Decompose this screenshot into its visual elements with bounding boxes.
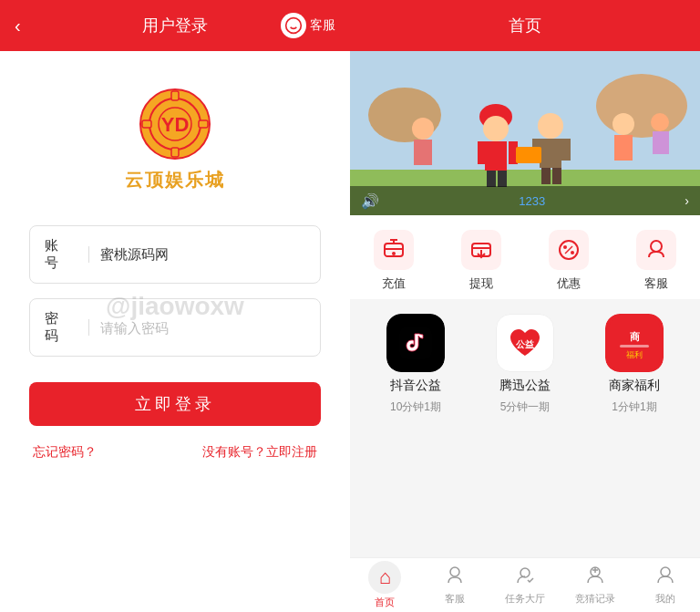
- ticker-arrow-icon[interactable]: ›: [685, 193, 689, 208]
- svg-rect-22: [540, 139, 561, 168]
- shangjia-name: 商家福利: [609, 378, 660, 394]
- douyin-name: 抖音公益: [390, 378, 441, 394]
- banner-container[interactable]: 🔊 1233 ›: [350, 51, 700, 215]
- register-link[interactable]: 没有账号？立即注册: [202, 444, 317, 461]
- game-tengxun[interactable]: 公益 腾迅公益 5分钟一期: [479, 314, 571, 415]
- shangjia-desc: 1分钟1期: [612, 399, 656, 415]
- service-label: 客服: [310, 17, 335, 34]
- svg-rect-19: [487, 171, 496, 187]
- recharge-action[interactable]: 充值: [374, 230, 414, 292]
- tengxun-icon: 公益: [496, 314, 554, 372]
- svg-rect-25: [541, 168, 551, 184]
- recharge-icon: [374, 230, 414, 270]
- logo-icon: YD: [139, 88, 211, 161]
- tab-mine[interactable]: 我的: [630, 558, 700, 612]
- account-group: 账 号: [29, 225, 321, 284]
- login-button[interactable]: 立即登录: [29, 382, 321, 426]
- password-input-wrapper: 密 码: [29, 298, 321, 357]
- service-icon-circle: [281, 13, 306, 38]
- records-tab-icon: [585, 565, 605, 590]
- svg-rect-6: [171, 91, 179, 100]
- input-divider: [88, 246, 89, 263]
- tengxun-icon-wrap: 公益: [496, 314, 554, 372]
- douyin-desc: 10分钟1期: [390, 399, 441, 415]
- tasks-tab-icon: [515, 565, 535, 590]
- cs-icon: [636, 230, 676, 270]
- password-label: 密 码: [45, 310, 77, 345]
- game-grid: 抖音公益 10分钟1期 公益 腾迅公益 5分钟一期: [350, 299, 700, 422]
- banner-ticker: 🔊 1233 ›: [350, 186, 700, 215]
- footer-tabbar: ⌂ 首页 客服 任务大厅: [350, 557, 700, 612]
- mine-tab-icon: [655, 565, 675, 590]
- service-button[interactable]: 客服: [281, 13, 335, 38]
- speaker-icon: 🔊: [361, 192, 379, 210]
- svg-point-15: [483, 116, 509, 141]
- discount-action[interactable]: 优惠: [549, 230, 589, 292]
- svg-text:公益: 公益: [515, 339, 535, 349]
- svg-rect-50: [609, 317, 660, 368]
- shangjia-icon-wrap: 商 福利: [605, 314, 664, 372]
- bottom-links: 忘记密码？ 没有账号？立即注册: [29, 444, 321, 461]
- svg-rect-52: [620, 345, 649, 347]
- svg-point-38: [392, 252, 396, 255]
- logo-container: YD 云顶娱乐城: [125, 88, 225, 192]
- mine-tab-label: 我的: [655, 592, 675, 606]
- svg-point-44: [563, 245, 567, 249]
- tengxun-desc: 5分钟一期: [500, 399, 551, 415]
- tab-records[interactable]: 竞猜记录: [560, 558, 630, 612]
- svg-rect-24: [561, 139, 571, 161]
- password-group: 密 码: [29, 298, 321, 357]
- shangjia-icon: 商 福利: [605, 314, 664, 372]
- svg-point-59: [661, 567, 670, 576]
- password-input[interactable]: [100, 320, 305, 336]
- service-tab-label: 客服: [445, 592, 465, 606]
- login-title: 用户登录: [142, 15, 208, 36]
- svg-rect-33: [653, 131, 669, 154]
- login-panel: ‹ 用户登录 客服 YD: [0, 0, 350, 612]
- recharge-label: 充值: [382, 275, 406, 292]
- home-title: 首页: [509, 15, 541, 36]
- right-header: 首页: [350, 0, 700, 51]
- records-tab-label: 竞猜记录: [575, 592, 615, 606]
- home-tab-bg: ⌂: [368, 561, 401, 594]
- withdraw-action[interactable]: 提现: [461, 230, 501, 292]
- svg-point-21: [538, 113, 563, 139]
- douyin-icon: [386, 314, 445, 372]
- svg-rect-17: [478, 141, 487, 164]
- left-header: ‹ 用户登录 客服: [0, 0, 350, 51]
- account-input[interactable]: [100, 247, 305, 263]
- discount-label: 优惠: [557, 275, 581, 292]
- svg-point-32: [651, 113, 669, 131]
- svg-point-30: [612, 113, 634, 135]
- withdraw-label: 提现: [469, 275, 493, 292]
- input-divider-2: [88, 319, 89, 336]
- tasks-tab-label: 任务大厅: [505, 592, 545, 606]
- quick-actions-bar: 充值 提现 优惠: [350, 215, 700, 299]
- svg-text:商: 商: [630, 331, 640, 342]
- svg-rect-8: [142, 120, 151, 128]
- douyin-icon-wrap: [386, 314, 445, 372]
- forget-password-link[interactable]: 忘记密码？: [33, 444, 97, 461]
- tab-service[interactable]: 客服: [420, 558, 490, 612]
- withdraw-icon: [461, 230, 501, 270]
- svg-point-54: [450, 567, 459, 576]
- service-tab-icon: [445, 565, 465, 590]
- game-shangjia[interactable]: 商 福利 商家福利 1分钟1期: [589, 314, 680, 415]
- game-douyin[interactable]: 抖音公益 10分钟1期: [370, 314, 461, 415]
- login-body: YD 云顶娱乐城 账 号 密 码: [0, 51, 350, 612]
- banner-scene: 🔊 1233 ›: [350, 51, 700, 215]
- svg-rect-20: [498, 171, 507, 187]
- svg-rect-29: [414, 140, 432, 165]
- svg-point-12: [596, 74, 687, 138]
- svg-text:YD: YD: [161, 113, 190, 136]
- account-label: 账 号: [45, 237, 77, 272]
- cs-action[interactable]: 客服: [636, 230, 676, 292]
- svg-rect-26: [552, 168, 561, 184]
- tab-tasks[interactable]: 任务大厅: [490, 558, 561, 612]
- tab-home[interactable]: ⌂ 首页: [350, 558, 420, 612]
- logo-text: 云顶娱乐城: [125, 168, 225, 192]
- back-button[interactable]: ‹: [15, 16, 21, 36]
- ticker-number: 1233: [386, 194, 677, 208]
- discount-icon: [549, 230, 589, 270]
- svg-rect-9: [199, 120, 208, 128]
